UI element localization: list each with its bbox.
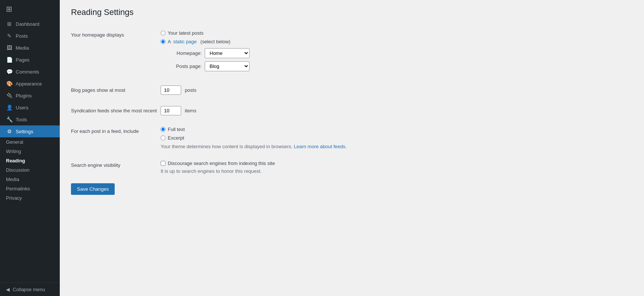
sidebar-item-media[interactable]: Media bbox=[0, 175, 60, 184]
posts-page-select[interactable]: Blog Home Sample Page bbox=[205, 61, 250, 71]
nav-item-media[interactable]: 🖼 Media bbox=[0, 42, 60, 54]
sidebar-item-writing[interactable]: Writing bbox=[0, 147, 60, 156]
settings-submenu: General Writing Reading Discussion Media… bbox=[0, 137, 60, 203]
sidebar-item-discussion[interactable]: Discussion bbox=[0, 165, 60, 175]
collapse-icon: ◀ bbox=[6, 287, 10, 292]
plugins-icon: 🔌 bbox=[6, 93, 13, 99]
settings-form: Your homepage displays Your latest posts… bbox=[71, 25, 633, 180]
nav-item-pages[interactable]: 📄 Pages bbox=[0, 54, 60, 66]
sidebar-item-privacy[interactable]: Privacy bbox=[0, 193, 60, 203]
feed-content-label: For each post in a feed, include bbox=[71, 128, 139, 134]
comments-icon: 💬 bbox=[6, 69, 13, 75]
homepage-select-label: Homepage: bbox=[168, 50, 202, 56]
save-changes-button[interactable]: Save Changes bbox=[71, 183, 115, 195]
posts-page-field-row: Posts page: Blog Home Sample Page bbox=[168, 61, 633, 71]
radio-excerpt[interactable] bbox=[161, 135, 165, 140]
appearance-icon: 🎨 bbox=[6, 81, 13, 87]
nav-item-plugins[interactable]: 🔌 Plugins bbox=[0, 90, 60, 102]
settings-icon: ⚙ bbox=[6, 128, 13, 134]
nav-item-settings[interactable]: ⚙ Settings bbox=[0, 125, 60, 137]
feed-description: Your theme determines how content is dis… bbox=[161, 144, 633, 149]
dashboard-icon: ⊞ bbox=[6, 21, 13, 27]
learn-more-feeds-link[interactable]: Learn more about feeds bbox=[294, 144, 346, 149]
radio-full-text[interactable] bbox=[161, 127, 165, 132]
nav-item-posts[interactable]: ✎ Posts bbox=[0, 30, 60, 42]
homepage-field-row: Homepage: Home Sample Page About bbox=[168, 48, 633, 58]
syndication-input[interactable] bbox=[161, 106, 181, 115]
posts-icon: ✎ bbox=[6, 33, 13, 39]
media-icon: 🖼 bbox=[6, 45, 13, 51]
blog-pages-suffix: posts bbox=[185, 87, 196, 93]
nav-item-tools[interactable]: 🔧 Tools bbox=[0, 113, 60, 125]
nav-item-comments[interactable]: 💬 Comments bbox=[0, 66, 60, 78]
tools-icon: 🔧 bbox=[6, 116, 13, 122]
sidebar-item-general[interactable]: General bbox=[0, 137, 60, 147]
syndication-label: Syndication feeds show the most recent bbox=[71, 108, 157, 113]
static-page-link[interactable]: static page bbox=[173, 39, 197, 44]
search-visibility-label: Search engine visibility bbox=[71, 162, 120, 168]
pages-icon: 📄 bbox=[6, 57, 13, 63]
radio-static-page[interactable] bbox=[161, 39, 165, 44]
sidebar-item-permalinks[interactable]: Permalinks bbox=[0, 184, 60, 193]
search-visibility-checkbox[interactable] bbox=[161, 161, 165, 166]
homepage-displays-label: Your homepage displays bbox=[71, 32, 124, 38]
page-title: Reading Settings bbox=[71, 7, 633, 17]
nav-item-users[interactable]: 👤 Users bbox=[0, 102, 60, 113]
collapse-menu-button[interactable]: ◀ Collapse menu bbox=[0, 283, 60, 296]
homepage-select[interactable]: Home Sample Page About bbox=[205, 48, 250, 58]
nav-item-dashboard[interactable]: ⊞ Dashboard bbox=[0, 18, 60, 30]
search-visibility-description: It is up to search engines to honor this… bbox=[161, 168, 633, 174]
radio-excerpt-label[interactable]: Excerpt bbox=[161, 135, 633, 141]
blog-pages-input[interactable] bbox=[161, 85, 181, 95]
radio-latest-posts[interactable] bbox=[161, 31, 165, 35]
nav-item-appearance[interactable]: 🎨 Appearance bbox=[0, 78, 60, 90]
site-logo: ⊞ bbox=[0, 0, 60, 18]
radio-latest-posts-label[interactable]: Your latest posts bbox=[161, 30, 633, 36]
search-visibility-checkbox-label[interactable]: Discourage search engines from indexing … bbox=[161, 161, 633, 166]
static-page-sub-fields: Homepage: Home Sample Page About Posts p… bbox=[168, 48, 633, 71]
feed-content-options: Full text Excerpt bbox=[161, 127, 633, 141]
radio-static-page-label[interactable]: A static page (select below) bbox=[161, 39, 633, 44]
blog-pages-label: Blog pages show at most bbox=[71, 87, 125, 93]
homepage-display-options: Your latest posts A static page (select … bbox=[161, 30, 633, 44]
sidebar-item-reading[interactable]: Reading bbox=[0, 156, 60, 165]
radio-full-text-label[interactable]: Full text bbox=[161, 127, 633, 132]
posts-page-select-label: Posts page: bbox=[168, 63, 202, 69]
syndication-suffix: items bbox=[185, 108, 196, 113]
users-icon: 👤 bbox=[6, 105, 13, 110]
